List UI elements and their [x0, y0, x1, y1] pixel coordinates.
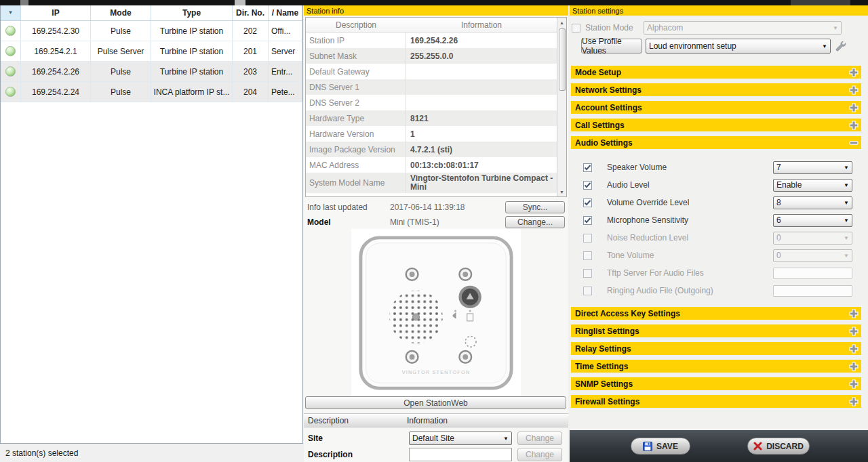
audio-level-select[interactable]: Enable▼: [773, 179, 852, 192]
chevron-down-icon: ▼: [844, 182, 849, 188]
chevron-down-icon: ▼: [833, 25, 838, 31]
model-row: Model Mini (TMIS-1) Change...: [305, 215, 567, 230]
mode-cell: Pulse: [91, 82, 151, 102]
expand-plus-icon: [849, 379, 859, 389]
section-account-settings[interactable]: Account Settings: [571, 101, 861, 114]
info-table-header: Description Information: [306, 18, 557, 33]
site-select[interactable]: Default Site ▼: [409, 432, 512, 445]
section-time-settings[interactable]: Time Settings: [571, 360, 861, 373]
station-row[interactable]: 169.254.2.24 Pulse INCA platform IP st..…: [1, 82, 302, 102]
column-header-mode[interactable]: Mode: [91, 5, 151, 20]
volume-override-select[interactable]: 8▼: [773, 196, 852, 209]
audio-setting-row: Volume Override Level 8▼: [571, 196, 861, 209]
column-header-type[interactable]: Type: [151, 5, 233, 20]
tftp-server-input[interactable]: [773, 268, 852, 279]
station-row[interactable]: 169.254.2.26 Pulse Turbine IP station 20…: [1, 62, 302, 82]
top-strip-segment: [20, 0, 28, 5]
dir-no-cell: 203: [233, 62, 269, 81]
status-cell: [1, 21, 21, 41]
wrench-icon[interactable]: [835, 41, 846, 52]
scrollbar-thumb[interactable]: [559, 28, 566, 91]
audio-setting-row: Ringing Audio File (Outgoing): [571, 284, 861, 297]
section-call-settings[interactable]: Call Settings: [571, 119, 861, 131]
type-cell: Turbine IP station: [151, 62, 233, 81]
section-network-settings[interactable]: Network Settings: [571, 83, 861, 96]
audio-setting-row: Speaker Volume 7▼: [571, 161, 861, 174]
ringing-audio-file-input[interactable]: [773, 285, 852, 297]
open-stationweb-button[interactable]: Open StationWeb: [305, 396, 566, 409]
section-snmp-settings[interactable]: SNMP Settings: [571, 377, 861, 390]
expand-plus-icon: [849, 309, 859, 318]
section-relay-settings[interactable]: Relay Settings: [571, 342, 861, 355]
sync-button[interactable]: Sync...: [505, 201, 565, 213]
tone-volume-checkbox[interactable]: [583, 251, 592, 260]
station-mode-select[interactable]: Alphacom ▼: [644, 21, 842, 35]
station-mode-checkbox[interactable]: [572, 24, 580, 33]
volume-override-checkbox[interactable]: [583, 198, 592, 207]
microphone-sensitivity-select[interactable]: 6▼: [773, 214, 852, 227]
scroll-up-icon[interactable]: ▲: [557, 18, 566, 27]
dir-no-cell: 204: [233, 82, 269, 102]
column-header-status[interactable]: ▼: [1, 5, 21, 20]
dir-no-cell: 201: [233, 41, 269, 61]
info-row: Image Package Version4.7.2.1 (sti): [306, 142, 557, 157]
check-icon: [584, 182, 591, 189]
station-row[interactable]: 169.254.2.1 Pulse Server Turbine IP stat…: [1, 41, 302, 62]
section-mode-setup[interactable]: Mode Setup: [571, 66, 861, 79]
change-model-button[interactable]: Change...: [505, 216, 565, 228]
station-row[interactable]: 169.254.2.30 Pulse Turbine IP station 20…: [1, 21, 302, 41]
expand-plus-icon: [849, 85, 859, 95]
scroll-down-icon[interactable]: ▼: [557, 187, 566, 196]
station-info-title: Station info: [307, 7, 344, 15]
use-profile-values-button[interactable]: Use Profile Values: [581, 39, 642, 54]
tftp-server-checkbox[interactable]: [583, 269, 592, 278]
noise-reduction-select[interactable]: 0▼: [773, 232, 852, 245]
online-status-icon: [5, 26, 16, 36]
description-input[interactable]: [409, 448, 512, 461]
ip-cell: 169.254.2.24: [21, 82, 91, 102]
mode-cell: Pulse: [91, 21, 151, 41]
station-info-panel: Station info Description Information Sta…: [304, 5, 568, 462]
selection-count-text: 2 station(s) selected: [5, 448, 78, 458]
dir-no-cell: 202: [233, 21, 269, 41]
mode-cell: Pulse: [91, 62, 151, 81]
section-direct-access-key-settings[interactable]: Direct Access Key Settings: [571, 307, 861, 320]
ringing-audio-file-checkbox[interactable]: [583, 287, 592, 295]
station-settings-title-bar: Station settings: [570, 5, 868, 16]
info-row: System Model NameVingtor-Stentofon Turbi…: [306, 173, 557, 193]
info-table-scrollbar[interactable]: ▲ ▼: [557, 18, 566, 196]
filter-icon: ▼: [8, 10, 14, 16]
column-header-name[interactable]: / Name: [269, 5, 302, 20]
tone-volume-select[interactable]: 0▼: [773, 249, 852, 262]
online-status-icon: [5, 66, 16, 77]
speaker-volume-checkbox[interactable]: [583, 163, 592, 172]
info-row: Default Gateway: [306, 64, 557, 79]
discard-button[interactable]: DISCARD: [747, 438, 810, 455]
station-settings-title: Station settings: [572, 7, 623, 15]
speaker-volume-select[interactable]: 7▼: [773, 161, 852, 174]
column-header-ip[interactable]: IP: [21, 5, 91, 20]
info-row: Subnet Mask255.255.0.0: [306, 48, 557, 64]
device-brand-text: VINGTOR STENTOFON: [402, 369, 471, 375]
audio-level-checkbox[interactable]: [583, 181, 592, 190]
bottom-table-header: Description Information: [304, 413, 568, 427]
description-change-button[interactable]: Change: [517, 448, 562, 461]
audio-settings-panel: Speaker Volume 7▼ Audio Level Enable▼ Vo…: [571, 153, 861, 308]
status-cell: [1, 82, 21, 102]
info-last-updated-value: 2017-06-14 11:39:18: [390, 203, 505, 212]
profile-select[interactable]: Loud environment setup ▼: [646, 39, 831, 54]
save-button[interactable]: SAVE: [631, 438, 690, 455]
expand-plus-icon: [849, 103, 859, 112]
type-cell: INCA platform IP st...: [151, 82, 233, 102]
expand-plus-icon: [849, 327, 859, 336]
audio-setting-row: Noise Reduction Level 0▼: [571, 231, 861, 245]
column-header-dir-no[interactable]: Dir. No.: [233, 5, 269, 20]
section-audio-settings[interactable]: Audio Settings: [571, 136, 861, 149]
microphone-sensitivity-checkbox[interactable]: [583, 216, 592, 225]
site-change-button[interactable]: Change: [517, 432, 562, 445]
section-ringlist-settings[interactable]: Ringlist Settings: [571, 324, 861, 337]
chevron-down-icon: ▼: [844, 235, 849, 241]
noise-reduction-checkbox[interactable]: [583, 234, 592, 243]
section-firewall-settings[interactable]: Firewall Settings: [571, 395, 861, 408]
description-row: Description Change: [304, 447, 568, 462]
